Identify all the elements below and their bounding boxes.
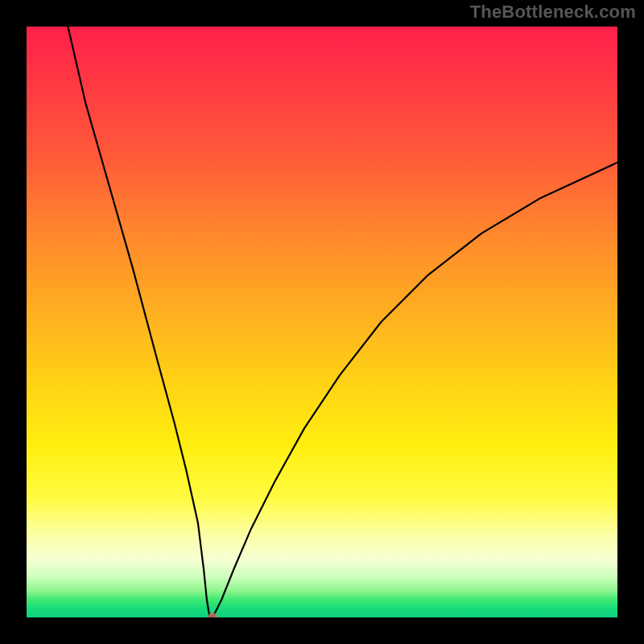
- chart-frame: TheBottleneck.com: [0, 0, 644, 644]
- watermark-text: TheBottleneck.com: [470, 2, 636, 23]
- bottleneck-curve-svg: [27, 27, 617, 617]
- bottleneck-curve: [68, 27, 617, 617]
- plot-area: [27, 27, 617, 617]
